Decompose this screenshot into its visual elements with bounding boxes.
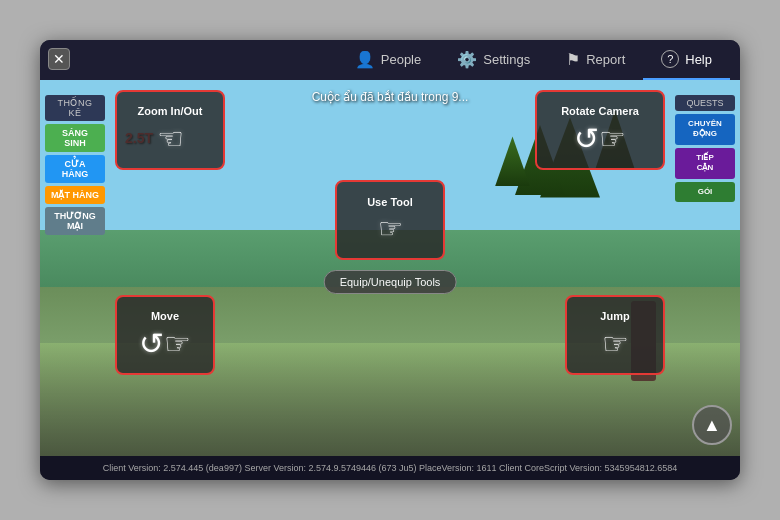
tab-report-label: Report (586, 52, 625, 67)
tab-help[interactable]: ? Help (643, 40, 730, 80)
jump-hand-icon: ☞ (602, 326, 629, 361)
equip-label: Equip/Unequip Tools (340, 276, 441, 288)
tab-report[interactable]: ⚑ Report (548, 40, 643, 80)
left-sidebar: THỐNG KÊ SÁNGSINH CỬAHÀNG MẶT HÀNG THƯƠN… (40, 90, 110, 240)
nav-tabs: 👤 People ⚙️ Settings ⚑ Report ? Help (337, 40, 730, 80)
sidebar-btn-thuong-mai[interactable]: THƯƠNGMẠI (45, 207, 105, 235)
use-tool-label: Use Tool (367, 196, 413, 208)
quest-btn-goi[interactable]: GÓI (675, 182, 735, 202)
equip-tools-button[interactable]: Equip/Unequip Tools (324, 270, 457, 294)
tab-settings[interactable]: ⚙️ Settings (439, 40, 548, 80)
report-icon: ⚑ (566, 50, 580, 69)
sidebar-btn-cua-hang[interactable]: CỬAHÀNG (45, 155, 105, 183)
move-hand-icon: ↺☞ (139, 326, 191, 361)
tab-people-label: People (381, 52, 421, 67)
sidebar-header: THỐNG KÊ (45, 95, 105, 121)
rotate-hand-icon: ↺☞ (574, 121, 626, 156)
right-sidebar: QUESTS CHUYÊNĐỘNG TIẾPCẬN GÓI (670, 90, 740, 207)
sidebar-btn-sanh-sinh[interactable]: SÁNGSINH (45, 124, 105, 152)
jump-control-button[interactable]: Jump ☞ (565, 295, 665, 375)
game-window: ✕ 👤 People ⚙️ Settings ⚑ Report ? Help (40, 40, 740, 480)
people-icon: 👤 (355, 50, 375, 69)
sidebar-btn-mat-hang[interactable]: MẶT HÀNG (45, 186, 105, 204)
jump-label: Jump (600, 310, 629, 322)
quest-btn-chuyen-dong[interactable]: CHUYÊNĐỘNG (675, 114, 735, 145)
zoom-control-button[interactable]: Zoom In/Out ☞ (115, 90, 225, 170)
use-tool-hand-icon: ☞ (378, 212, 403, 245)
rotate-label: Rotate Camera (561, 105, 639, 117)
directional-pad[interactable]: ▲ (692, 405, 732, 445)
help-icon: ? (661, 50, 679, 68)
move-control-button[interactable]: Move ↺☞ (115, 295, 215, 375)
status-bar: Client Version: 2.574.445 (dea997) Serve… (40, 456, 740, 480)
zoom-hand-icon: ☞ (157, 121, 184, 156)
move-label: Move (151, 310, 179, 322)
tab-people[interactable]: 👤 People (337, 40, 439, 80)
announcement-text: Cuộc ẩu đã bắt đầu trong 9... (312, 90, 469, 104)
status-text: Client Version: 2.574.445 (dea997) Serve… (103, 463, 677, 473)
top-nav: 👤 People ⚙️ Settings ⚑ Report ? Help (40, 40, 740, 80)
zoom-label: Zoom In/Out (138, 105, 203, 117)
tab-help-label: Help (685, 52, 712, 67)
quest-header: QUESTS (675, 95, 735, 111)
tab-settings-label: Settings (483, 52, 530, 67)
settings-icon: ⚙️ (457, 50, 477, 69)
close-button[interactable]: ✕ (48, 48, 70, 70)
tree-decoration-2 (495, 136, 530, 186)
rotate-control-button[interactable]: Rotate Camera ↺☞ (535, 90, 665, 170)
quest-btn-tiep-can[interactable]: TIẾPCẬN (675, 148, 735, 179)
use-tool-control-button[interactable]: Use Tool ☞ (335, 180, 445, 260)
